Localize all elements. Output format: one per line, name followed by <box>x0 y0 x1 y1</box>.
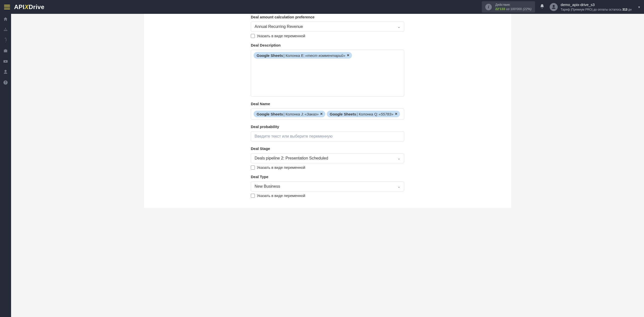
field-label: Deal amount calculation preference <box>251 15 404 19</box>
select-value: New Business <box>255 184 280 189</box>
field-description: Deal Description Google Sheets | Колонка… <box>251 43 404 97</box>
variable-tag[interactable]: Google Sheets | Колонка Q: «55783» × <box>327 111 400 117</box>
field-label: Deal Type <box>251 175 404 179</box>
tariff-line: Тариф |Премиум PRO| до оплаты осталось 3… <box>561 8 632 12</box>
remove-tag-icon[interactable]: × <box>347 53 349 58</box>
field-amount-pref: Deal amount calculation preference Annua… <box>251 15 404 38</box>
remove-tag-icon[interactable]: × <box>320 111 323 116</box>
logo-drive: Drive <box>29 4 45 10</box>
user-name: demo_apix-drive_s3 <box>561 2 632 7</box>
chevron-down-icon: ⌄ <box>397 25 400 29</box>
amount-pref-select[interactable]: Annual Recurring Revenue ⌄ <box>251 22 404 32</box>
field-name: Deal Name Google Sheets | Колонка J: «За… <box>251 102 404 120</box>
main-content: Deal amount calculation preference Annua… <box>11 14 644 317</box>
chevron-down-icon: ⌄ <box>397 156 400 160</box>
type-variable-checkbox[interactable] <box>251 194 255 198</box>
chevron-down-icon: ▾ <box>638 5 640 9</box>
description-input[interactable]: Google Sheets | Колонка E: «тест коммент… <box>251 50 404 97</box>
actions-counter[interactable]: i Действия: 22'133 из 100'000 (22%) <box>482 1 535 13</box>
side-nav <box>0 0 11 317</box>
checkbox-label[interactable]: Указать в виде переменной <box>257 193 305 198</box>
actions-label: Действия: <box>495 3 532 7</box>
field-stage: Deal Stage Deals pipeline 2: Presentatio… <box>251 146 404 170</box>
nav-profile-icon[interactable] <box>0 67 11 77</box>
nav-youtube-icon[interactable] <box>0 56 11 67</box>
nav-billing-icon[interactable] <box>0 35 11 46</box>
variable-tag[interactable]: Google Sheets | Колонка J: «Заказ» × <box>254 111 325 117</box>
hamburger-menu-icon[interactable] <box>4 5 10 9</box>
form-card: Deal amount calculation preference Annua… <box>144 14 511 208</box>
actions-numbers: 22'133 из 100'000 (22%) <box>495 7 532 11</box>
select-value: Deals pipeline 2: Presentation Scheduled <box>255 156 328 161</box>
avatar-icon <box>550 3 558 11</box>
amount-pref-variable-checkbox[interactable] <box>251 34 255 38</box>
user-menu[interactable]: demo_apix-drive_s3 Тариф |Премиум PRO| д… <box>550 2 640 11</box>
nav-briefcase-icon[interactable] <box>0 46 11 56</box>
nav-connections-icon[interactable] <box>0 24 11 35</box>
field-label: Deal Name <box>251 102 404 106</box>
name-input[interactable]: Google Sheets | Колонка J: «Заказ» × Goo… <box>251 108 404 120</box>
field-label: Deal probability <box>251 125 404 129</box>
checkbox-label[interactable]: Указать в виде переменной <box>257 34 305 38</box>
stage-select[interactable]: Deals pipeline 2: Presentation Scheduled… <box>251 153 404 163</box>
field-type: Deal Type New Business ⌄ Указать в виде … <box>251 175 404 198</box>
logo-x: X <box>25 4 29 10</box>
remove-tag-icon[interactable]: × <box>395 111 397 116</box>
select-value: Annual Recurring Revenue <box>255 24 303 29</box>
top-header: APIXDrive i Действия: 22'133 из 100'000 … <box>0 0 644 14</box>
checkbox-label[interactable]: Указать в виде переменной <box>257 165 305 170</box>
stage-variable-checkbox[interactable] <box>251 166 255 170</box>
type-select[interactable]: New Business ⌄ <box>251 181 404 191</box>
variable-tag[interactable]: Google Sheets | Колонка E: «тест коммент… <box>254 52 352 59</box>
logo[interactable]: APIXDrive <box>14 4 45 11</box>
notifications-bell-icon[interactable] <box>540 4 545 10</box>
field-label: Deal Description <box>251 43 404 47</box>
chevron-down-icon: ⌄ <box>397 184 400 188</box>
field-label: Deal Stage <box>251 146 404 151</box>
nav-home-icon[interactable] <box>0 14 11 24</box>
info-icon: i <box>485 4 492 10</box>
field-probability: Deal probability <box>251 125 404 141</box>
logo-api: API <box>14 4 25 10</box>
probability-input[interactable] <box>251 131 404 141</box>
nav-help-icon[interactable] <box>0 77 11 88</box>
